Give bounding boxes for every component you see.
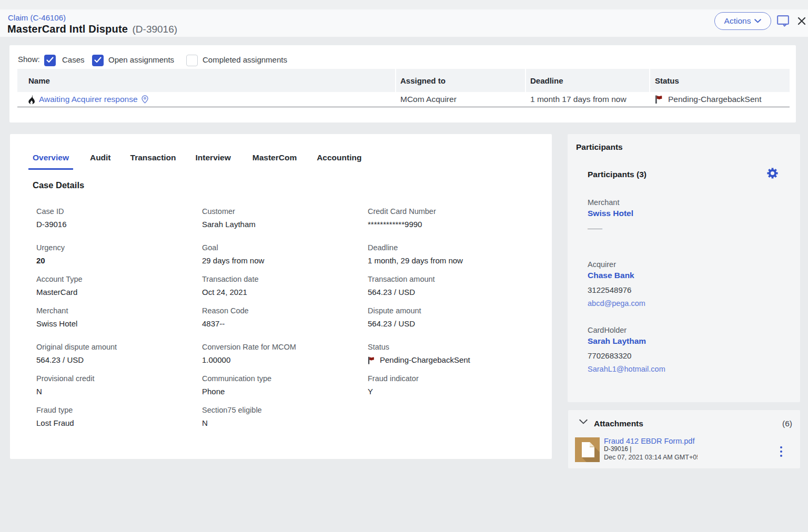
field-label: Original dispute amount [36, 342, 202, 352]
attachments-count: (6) [782, 418, 792, 429]
column-header-deadline[interactable]: Deadline [526, 69, 649, 92]
actions-button[interactable]: Actions [714, 12, 771, 30]
field-group: Deadline1 month, 29 days from now [368, 242, 533, 266]
participants-settings-button[interactable] [765, 166, 780, 181]
tab-accounting[interactable]: Accounting [312, 152, 366, 170]
checkbox-cases[interactable] [44, 55, 56, 66]
field-label: Account Type [36, 274, 202, 284]
field-value: Phone [202, 386, 368, 397]
check-icon [94, 57, 102, 63]
participant-name-link[interactable]: Sarah Laytham [588, 335, 646, 346]
field-label: Urgency [36, 242, 202, 253]
checkbox-completed-assignments[interactable] [186, 55, 198, 66]
field-label: Case ID [36, 206, 202, 217]
title-row: MasterCard Intl Dispute (D-39016) [7, 23, 177, 35]
participant-phone: 7702683320 [588, 351, 777, 361]
urgency-flame-icon [28, 95, 35, 104]
attachment-meta-date: Dec 07, 2021 03:14 AM GMT+05 [604, 454, 698, 462]
field-label: Reason Code [202, 305, 368, 316]
assignments-table-header: Name Assigned to Deadline Status [17, 69, 790, 92]
actions-label: Actions [724, 16, 751, 26]
participant-cardholder: CardHolderSarah Laytham7702683320SarahL1… [588, 325, 777, 374]
attachment-menu-button[interactable] [779, 445, 783, 459]
tab-overview[interactable]: Overview [28, 152, 73, 170]
cell-name: Awaiting Acquirer response [17, 95, 396, 104]
field-group: Credit Card Number************9990 [368, 206, 533, 230]
participants-panel-title: Participants [576, 141, 623, 152]
participant-name-link[interactable]: Swiss Hotel [588, 208, 633, 219]
assignment-name: Awaiting Acquirer response [39, 95, 138, 104]
field-group: Case IDD-39016 [36, 206, 202, 230]
assignments-table: Name Assigned to Deadline Status Awaitin… [17, 69, 790, 107]
participants-count-heading: Participants (3) [588, 169, 647, 180]
field-value: 1.00000 [202, 355, 368, 365]
field-value: ************9990 [368, 219, 533, 230]
cell-status: Pending-ChargebackSent [650, 95, 790, 104]
field-label: Status [368, 342, 533, 352]
field-group: Conversion Rate for MCOM1.00000 [202, 342, 368, 365]
case-id: (D-39016) [133, 24, 178, 35]
field-group: Goal29 days from now [202, 242, 368, 266]
field-group: Fraud indicatorY [368, 373, 533, 397]
participant-role: Merchant [588, 197, 777, 208]
participant-name-link[interactable]: Chase Bank [588, 270, 634, 281]
participant-merchant: MerchantSwiss Hotel—— [588, 197, 777, 233]
tab-interview[interactable]: Interview [191, 152, 235, 170]
field-value: Sarah Laytham [202, 219, 368, 230]
participant-email-link[interactable]: SarahL1@hotmail.com [588, 364, 665, 374]
gear-icon [767, 168, 778, 179]
cases-label: Cases [62, 55, 85, 64]
close-icon [797, 16, 806, 26]
field-group: Original dispute amount564.23 / USD [36, 342, 202, 365]
tab-mastercom[interactable]: MasterCom [248, 152, 301, 170]
participant-acquirer: AcquirerChase Bank3122548976abcd@pega.co… [588, 259, 777, 309]
attachments-collapse-button[interactable] [579, 418, 588, 424]
field-label: Dispute amount [368, 305, 533, 316]
case-details-heading: Case Details [33, 179, 84, 191]
field-value: Pending-ChargebackSent [368, 355, 533, 365]
breadcrumb-claim-link[interactable]: Claim (C-46106) [8, 13, 66, 22]
field-value: 564.23 / USD [368, 319, 533, 329]
field-value: N [36, 386, 202, 397]
participant-email-link[interactable]: abcd@pega.com [588, 298, 645, 309]
top-strip [0, 0, 808, 9]
column-header-name[interactable]: Name [17, 69, 395, 92]
field-group: Dispute amount564.23 / USD [368, 305, 533, 329]
field-label: Transaction amount [368, 274, 533, 284]
chat-bubble-icon [777, 15, 790, 27]
show-label: Show: [18, 55, 40, 64]
field-value: Y [368, 386, 533, 397]
field-label: Communication type [202, 373, 368, 384]
attachment-file-link[interactable]: Fraud 412 EBDR Form.pdf [604, 436, 694, 446]
field-group: Section75 eligibleN [202, 405, 368, 428]
field-label: Conversion Rate for MCOM [202, 342, 368, 352]
field-value: N [202, 418, 368, 428]
attachments-panel: Attachments (6) Fraud 412 EBDR Form.pdf … [568, 410, 800, 468]
assignment-link[interactable]: Awaiting Acquirer response [39, 95, 148, 104]
assignments-panel: Show: Cases Open assignments Completed a… [9, 45, 796, 122]
field-value: D-39016 [36, 219, 202, 230]
completed-assignments-label: Completed assignments [203, 55, 287, 64]
field-value: MasterCard [36, 287, 202, 298]
attachment-meta-id: D-39016 | [604, 445, 631, 453]
participants-list: MerchantSwiss Hotel——AcquirerChase Bank3… [588, 197, 777, 391]
app-header: Claim (C-46106) MasterCard Intl Dispute … [0, 9, 808, 37]
participants-panel: Participants Participants (3) MerchantSw… [568, 134, 800, 402]
field-group: Transaction amount564.23 / USD [368, 274, 533, 298]
tab-audit[interactable]: Audit [86, 152, 115, 170]
field-value: 1 month, 29 days from now [368, 255, 533, 266]
status-text: Pending-ChargebackSent [668, 95, 762, 104]
field-label: Customer [202, 206, 368, 217]
field-value: Oct 24, 2021 [202, 287, 368, 298]
checkbox-open-assignments[interactable] [92, 55, 104, 66]
chat-button[interactable] [777, 15, 790, 27]
column-header-assigned-to[interactable]: Assigned to [396, 69, 525, 92]
participant-phone: 3122548976 [588, 285, 777, 295]
column-header-status[interactable]: Status [650, 69, 790, 92]
close-button[interactable] [797, 16, 806, 26]
field-value: Lost Fraud [36, 418, 202, 428]
tab-transaction[interactable]: Transaction [126, 152, 180, 170]
field-group: Provisional creditN [36, 373, 202, 397]
field-group: Reason Code4837-- [202, 305, 368, 329]
attachment-file-icon [575, 437, 600, 462]
